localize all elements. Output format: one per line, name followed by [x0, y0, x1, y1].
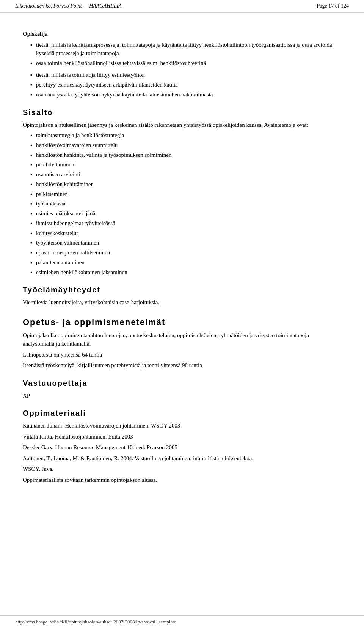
list-item: henkilöstövoimavarojen suunnittelu	[30, 141, 341, 150]
oppimateriaali-line-2: Dessler Gary, Human Resource Management …	[23, 443, 341, 452]
list-item: työsuhdeasiat	[30, 200, 341, 208]
list-item: työyhteisön valmentaminen	[30, 239, 341, 247]
list-item: henkilöstön kehittäminen	[30, 180, 341, 189]
list-item: osaamisen arviointi	[30, 170, 341, 179]
opiskelija-bullets-1: tietää, millaisia kehittämisprosesseja, …	[30, 41, 341, 67]
oppimateriaali-line-4: WSOY. Juva.	[23, 465, 341, 473]
list-item: perehdyttäminen	[30, 161, 341, 169]
list-item: esimiehen henkilökohtainen jaksaminen	[30, 268, 341, 277]
document-title: Liiketalouden ko, Porvoo Point — HAAGAHE…	[15, 3, 122, 9]
opetus-text2: Lähiopetusta on yhteensä 64 tuntia	[23, 350, 341, 359]
opetus-text3: Itsenäistä työskentelyä, kirjallisuuteen…	[23, 361, 341, 370]
oppimateriaali-line-3: Aaltonen, T., Luoma, M. & Rautiainen, R.…	[23, 454, 341, 463]
main-content: Opiskelija tietää, millaisia kehittämisp…	[0, 13, 364, 498]
list-item: tietää, millaisia kehittämisprosesseja, …	[30, 41, 341, 58]
list-item: perehtyy esimieskäyttäytymiseen arkipäiv…	[30, 81, 341, 89]
tyoelamayhteydet-text: Vierailevia luennoitsijoita, yrityskohta…	[23, 298, 341, 307]
tyoelamayhteydet-title: Työelämäyhteydet	[23, 286, 341, 294]
opetus-text1: Opintojaksolla oppiminen tapahtuu luento…	[23, 331, 341, 348]
oppimateriaali-line-5: Oppimateriaalista sovitaan tarkemmin opi…	[23, 476, 341, 484]
list-item: ihmissuhdeongelmat työyhteisössä	[30, 219, 341, 228]
list-item: osaa analysoida työyhteisön nykyisiä käy…	[30, 91, 341, 99]
vastuuopettaja-title: Vastuuopettaja	[23, 379, 341, 388]
oppimateriaali-line-0: Kauhanen Juhani, Henkilöstövoimavarojen …	[23, 421, 341, 430]
list-item: osaa toimia henkilöstöhallinnollisissa t…	[30, 59, 341, 68]
sisalto-intro: Opintojakson ajatuksellinen jäsennys ja …	[23, 121, 341, 129]
list-item: tietää, millaisia toimintoja liittyy esi…	[30, 71, 341, 79]
opiskelija-bullets-2: tietää, millaisia toimintoja liittyy esi…	[30, 71, 341, 99]
list-item: toimintastrategia ja henkilöstöstrategia	[30, 131, 341, 140]
list-item: esimies päätöksentekijänä	[30, 210, 341, 218]
page-header: Liiketalouden ko, Porvoo Point — HAAGAHE…	[0, 0, 364, 13]
oppimateriaali-line-1: Viitala Riitta, Henkilöstöjohtaminen, Ed…	[23, 432, 341, 441]
list-item: palkitseminen	[30, 190, 341, 199]
list-item: kehityskeskustelut	[30, 229, 341, 238]
list-item: palautteen antaminen	[30, 259, 341, 267]
sisalto-title: Sisältö	[23, 108, 341, 117]
vastuuopettaja-value: XP	[23, 391, 341, 400]
page-footer: http://cms.haaga-helia.fi/fi/opintojakso…	[0, 615, 364, 628]
list-item: epävarmuus ja sen hallitseminen	[30, 249, 341, 257]
oppimateriaali-title: Oppimateriaali	[23, 409, 341, 418]
page-number: Page 17 of 124	[317, 3, 349, 9]
opetus-title: Opetus- ja oppimismenetelmät	[23, 317, 341, 327]
sisalto-bullets: toimintastrategia ja henkilöstöstrategia…	[30, 131, 341, 276]
opiskelija-heading: Opiskelija	[23, 31, 341, 37]
footer-url: http://cms.haaga-helia.fi/fi/opintojakso…	[15, 619, 176, 625]
list-item: henkilöstön hankinta, valinta ja työsopi…	[30, 151, 341, 159]
